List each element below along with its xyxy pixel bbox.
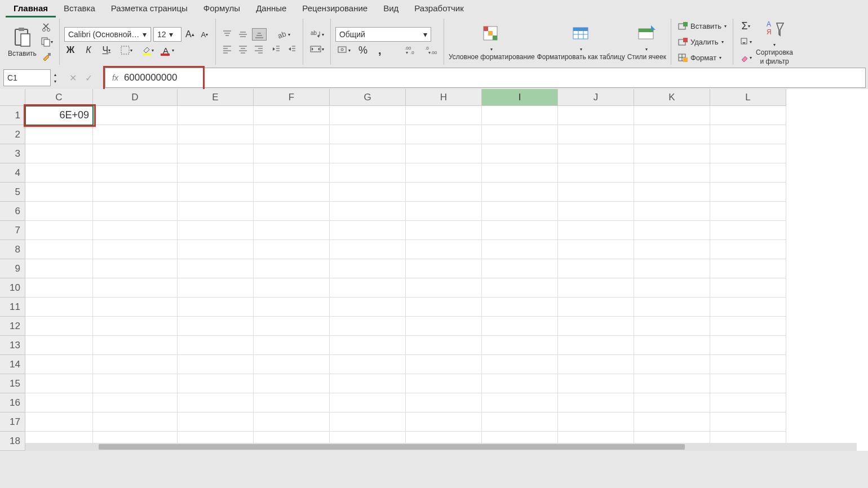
cell-C6[interactable] bbox=[25, 202, 93, 221]
cell-G17[interactable] bbox=[330, 412, 406, 432]
cell-K9[interactable] bbox=[634, 259, 710, 278]
row-header-17[interactable]: 17 bbox=[0, 412, 25, 432]
cell-D4[interactable] bbox=[93, 163, 178, 183]
cell-L8[interactable] bbox=[710, 240, 786, 259]
cell-D10[interactable] bbox=[93, 278, 178, 298]
cell-E9[interactable] bbox=[178, 259, 254, 278]
cell-L14[interactable] bbox=[710, 355, 786, 374]
cell-K2[interactable] bbox=[634, 125, 710, 144]
cell-C9[interactable] bbox=[25, 259, 93, 278]
cell-K10[interactable] bbox=[634, 278, 710, 298]
cell-J7[interactable] bbox=[558, 221, 634, 240]
cell-G5[interactable] bbox=[330, 183, 406, 202]
row-header-12[interactable]: 12 bbox=[0, 317, 25, 336]
cell-F8[interactable] bbox=[254, 240, 330, 259]
cell-L6[interactable] bbox=[710, 202, 786, 221]
cell-C10[interactable] bbox=[25, 278, 93, 298]
cell-C13[interactable] bbox=[25, 336, 93, 355]
wrap-text-button[interactable]: ab▾ bbox=[308, 28, 326, 41]
cell-D9[interactable] bbox=[93, 259, 178, 278]
tab-home[interactable]: Главная bbox=[6, 1, 56, 17]
cell-D14[interactable] bbox=[93, 355, 178, 374]
cell-I12[interactable] bbox=[482, 317, 558, 336]
cell-H9[interactable] bbox=[406, 259, 482, 278]
cell-J1[interactable] bbox=[558, 106, 634, 125]
cell-H2[interactable] bbox=[406, 125, 482, 144]
delete-cells-button[interactable]: Удалить▾ bbox=[676, 36, 728, 48]
cell-F5[interactable] bbox=[254, 183, 330, 202]
cell-D7[interactable] bbox=[93, 221, 178, 240]
increase-decimal-button[interactable]: .00.0 bbox=[403, 44, 419, 56]
cell-L11[interactable] bbox=[710, 298, 786, 317]
align-right-button[interactable] bbox=[252, 43, 265, 55]
fill-button[interactable]: ▾ bbox=[738, 36, 754, 48]
cell-L4[interactable] bbox=[710, 163, 786, 183]
cell-G14[interactable] bbox=[330, 355, 406, 374]
format-as-table-button[interactable]: ▾ Форматировать как таблицу bbox=[537, 23, 625, 61]
cell-F17[interactable] bbox=[254, 412, 330, 432]
column-header-L[interactable]: L bbox=[710, 89, 786, 106]
cell-J9[interactable] bbox=[558, 259, 634, 278]
scrollbar-thumb[interactable] bbox=[99, 444, 685, 450]
cell-C4[interactable] bbox=[25, 163, 93, 183]
column-header-F[interactable]: F bbox=[254, 89, 330, 106]
cell-styles-button[interactable]: ▾ Стили ячеек bbox=[627, 23, 666, 61]
row-header-7[interactable]: 7 bbox=[0, 221, 25, 240]
increase-font-button[interactable]: A▴ bbox=[184, 28, 196, 41]
cell-I3[interactable] bbox=[482, 144, 558, 163]
cell-I8[interactable] bbox=[482, 240, 558, 259]
cell-L7[interactable] bbox=[710, 221, 786, 240]
cell-H7[interactable] bbox=[406, 221, 482, 240]
cell-L3[interactable] bbox=[710, 144, 786, 163]
format-cells-button[interactable]: Формат▾ bbox=[676, 51, 728, 64]
cell-G1[interactable] bbox=[330, 106, 406, 125]
cell-D13[interactable] bbox=[93, 336, 178, 355]
cell-D5[interactable] bbox=[93, 183, 178, 202]
cell-E12[interactable] bbox=[178, 317, 254, 336]
cell-I14[interactable] bbox=[482, 355, 558, 374]
cell-L16[interactable] bbox=[710, 393, 786, 412]
cell-K7[interactable] bbox=[634, 221, 710, 240]
tab-formulas[interactable]: Формулы bbox=[196, 1, 248, 17]
cell-H3[interactable] bbox=[406, 144, 482, 163]
copy-button[interactable]: ▾ bbox=[39, 36, 55, 48]
cell-D11[interactable] bbox=[93, 298, 178, 317]
cell-G16[interactable] bbox=[330, 393, 406, 412]
formula-input[interactable]: fx 6000000000 bbox=[105, 68, 866, 88]
cell-E15[interactable] bbox=[178, 374, 254, 393]
cell-C11[interactable] bbox=[25, 298, 93, 317]
bold-button[interactable]: Ж bbox=[64, 44, 77, 56]
cell-L13[interactable] bbox=[710, 336, 786, 355]
cell-D8[interactable] bbox=[93, 240, 178, 259]
cell-C14[interactable] bbox=[25, 355, 93, 374]
cell-E2[interactable] bbox=[178, 125, 254, 144]
cell-H10[interactable] bbox=[406, 278, 482, 298]
cell-F14[interactable] bbox=[254, 355, 330, 374]
cell-F15[interactable] bbox=[254, 374, 330, 393]
cell-C1[interactable]: 6E+09 bbox=[25, 106, 93, 125]
cell-L15[interactable] bbox=[710, 374, 786, 393]
cell-K1[interactable] bbox=[634, 106, 710, 125]
cell-F13[interactable] bbox=[254, 336, 330, 355]
cell-I16[interactable] bbox=[482, 393, 558, 412]
cell-E1[interactable] bbox=[178, 106, 254, 125]
cell-F11[interactable] bbox=[254, 298, 330, 317]
cell-I5[interactable] bbox=[482, 183, 558, 202]
cell-C15[interactable] bbox=[25, 374, 93, 393]
cell-G2[interactable] bbox=[330, 125, 406, 144]
cell-G15[interactable] bbox=[330, 374, 406, 393]
cell-J2[interactable] bbox=[558, 125, 634, 144]
cell-G9[interactable] bbox=[330, 259, 406, 278]
tab-page-layout[interactable]: Разметка страницы bbox=[103, 1, 196, 17]
cell-J10[interactable] bbox=[558, 278, 634, 298]
column-header-K[interactable]: K bbox=[634, 89, 710, 106]
cell-I1[interactable] bbox=[482, 106, 558, 125]
cell-J11[interactable] bbox=[558, 298, 634, 317]
cell-H17[interactable] bbox=[406, 412, 482, 432]
row-header-9[interactable]: 9 bbox=[0, 259, 25, 278]
merge-button[interactable]: ▾ bbox=[308, 43, 326, 55]
cell-L2[interactable] bbox=[710, 125, 786, 144]
cell-C8[interactable] bbox=[25, 240, 93, 259]
align-left-button[interactable] bbox=[220, 43, 234, 55]
format-painter-button[interactable] bbox=[39, 50, 55, 63]
